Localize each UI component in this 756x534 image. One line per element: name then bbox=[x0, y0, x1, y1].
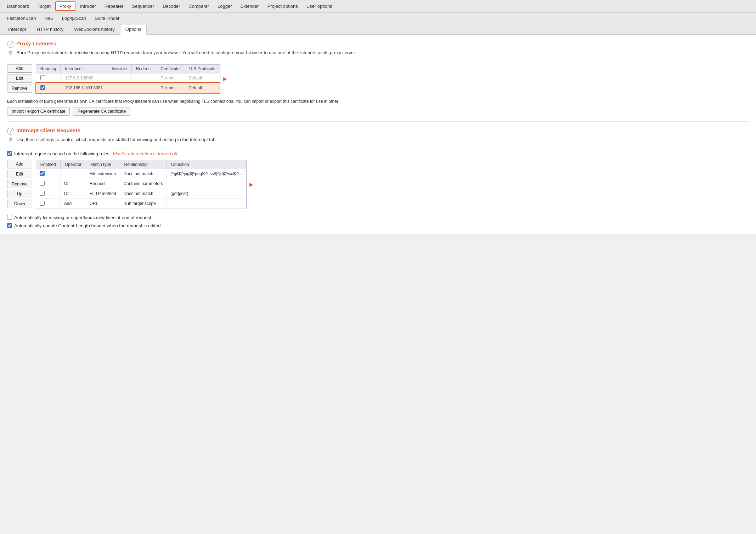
rules-table-container: Enabled Operator Match type Relationship… bbox=[36, 160, 247, 209]
top-menu-item-repeater[interactable]: Repeater bbox=[101, 2, 127, 11]
rules-remove-button[interactable]: Remove bbox=[7, 180, 32, 188]
top-menu-item-proxy[interactable]: Proxy bbox=[55, 1, 75, 11]
listeners-cell-interface-1: 192.168.1.103:8081 bbox=[61, 83, 107, 93]
listeners-remove-button[interactable]: Remove bbox=[7, 84, 32, 93]
listeners-cell-running-1 bbox=[36, 83, 61, 93]
rules-cell-condition-0: (^gif$|^jpg$|^png$|^css$|^js$|^ico$|^... bbox=[167, 169, 246, 179]
top-menu-bar: DashboardTargetProxyIntruderRepeaterSequ… bbox=[0, 0, 756, 13]
top-menu-item-comparer[interactable]: Comparer bbox=[185, 2, 213, 11]
listeners-cell-certificate-0: Per-host bbox=[156, 73, 184, 83]
listeners-cell-tls-1: Default bbox=[184, 83, 220, 93]
proxy-listeners-header-row: ? Proxy Listeners bbox=[7, 40, 749, 48]
top-menu-item-intruder[interactable]: Intruder bbox=[76, 2, 100, 11]
top-menu-item-logger[interactable]: Logger bbox=[214, 2, 236, 11]
second-menu-item-hae[interactable]: HaE bbox=[40, 14, 57, 23]
second-menu-item-fastjsonscan[interactable]: FastJsonScan bbox=[3, 14, 40, 23]
intercept-desc: Use these settings to control which requ… bbox=[16, 136, 217, 143]
tab-options[interactable]: Options bbox=[120, 24, 147, 35]
rules-table-header-row: Enabled Operator Match type Relationship… bbox=[36, 160, 246, 169]
proxy-listeners-help-icon[interactable]: ? bbox=[7, 41, 14, 48]
rules-cell-condition-1 bbox=[167, 179, 246, 189]
listeners-table-wrapper: Running Interface Invisible Redirect Cer… bbox=[36, 64, 227, 94]
import-export-ca-button[interactable]: Import / export CA certificate bbox=[7, 107, 70, 116]
bottom-checkbox-1[interactable] bbox=[7, 223, 12, 228]
rules-cell-relationship-0: Does not match bbox=[120, 169, 167, 179]
intercept-checkbox-row: Intercept requests based on the followin… bbox=[7, 151, 749, 156]
rules-cell-operator-2: Or bbox=[60, 189, 86, 199]
top-menu-item-extender[interactable]: Extender bbox=[237, 2, 263, 11]
col-operator: Operator bbox=[60, 160, 86, 169]
rules-add-button[interactable]: Add bbox=[7, 160, 32, 168]
intercept-help-icon[interactable]: ? bbox=[7, 128, 14, 135]
intercept-requests-label: Intercept requests based on the followin… bbox=[14, 151, 111, 156]
bottom-checkbox-0[interactable] bbox=[7, 215, 12, 220]
running-checkbox-1[interactable] bbox=[40, 85, 45, 90]
rules-cell-matchtype-2: HTTP method bbox=[86, 189, 120, 199]
col-redirect: Redirect bbox=[131, 65, 156, 73]
rules-cell-relationship-3: Is in target scope bbox=[120, 199, 167, 208]
intercept-gear-icon[interactable]: ⚙ bbox=[7, 136, 14, 143]
rule-enabled-checkbox-1[interactable] bbox=[40, 181, 45, 186]
rules-down-button[interactable]: Down bbox=[7, 200, 32, 208]
listeners-orange-triangle: ▶ bbox=[223, 76, 227, 82]
rule-enabled-checkbox-0[interactable] bbox=[40, 171, 45, 176]
main-content: ? Proxy Listeners ⚙ Burp Proxy uses list… bbox=[0, 35, 756, 234]
listeners-cell-certificate-1: Per-host bbox=[156, 83, 184, 93]
top-menu-item-sequencer[interactable]: Sequencer bbox=[128, 2, 158, 11]
listeners-table-row[interactable]: 192.168.1.103:8081 Per-host Default bbox=[36, 83, 220, 93]
second-menu-item-log4j2scan[interactable]: Log4j2Scan bbox=[58, 14, 90, 23]
rules-cell-enabled-0 bbox=[36, 169, 61, 179]
top-menu-item-decoder[interactable]: Decoder bbox=[159, 2, 184, 11]
rules-cell-operator-1: Or bbox=[60, 179, 86, 189]
listeners-cell-tls-0: Default bbox=[184, 73, 220, 83]
regenerate-ca-button[interactable]: Regenerate CA certificate bbox=[73, 107, 130, 116]
proxy-listeners-gear-icon[interactable]: ⚙ bbox=[7, 49, 14, 56]
master-interception-status: Master interception is turned off bbox=[113, 151, 177, 156]
col-match-type: Match type bbox=[86, 160, 120, 169]
rules-table-row[interactable]: Or Request Contains parameters bbox=[36, 179, 246, 189]
top-menu-item-dashboard[interactable]: Dashboard bbox=[3, 2, 33, 11]
rules-table-row[interactable]: File extension Does not match (^gif$|^jp… bbox=[36, 169, 246, 179]
intercept-buttons: Add Edit Remove Up Down bbox=[7, 160, 32, 209]
rules-cell-condition-2: (get|post) bbox=[167, 189, 246, 199]
rules-orange-triangle: ▶ bbox=[249, 182, 253, 187]
bottom-checkbox-label-1: Automatically update Content-Length head… bbox=[14, 223, 160, 228]
col-relationship: Relationship bbox=[120, 160, 167, 169]
rule-enabled-checkbox-2[interactable] bbox=[40, 191, 45, 196]
second-menu-item-suite-finder[interactable]: Suite Finder bbox=[91, 14, 123, 23]
bottom-checkboxes: Automatically fix missing or superfluous… bbox=[7, 215, 749, 228]
listeners-edit-button[interactable]: Edit bbox=[7, 74, 32, 83]
listeners-table: Running Interface Invisible Redirect Cer… bbox=[36, 65, 220, 93]
listeners-add-button[interactable]: Add bbox=[7, 64, 32, 73]
top-menu-item-project-options[interactable]: Project options bbox=[264, 2, 302, 11]
tab-intercept[interactable]: Intercept bbox=[3, 24, 32, 34]
listeners-buttons: Add Edit Remove bbox=[7, 64, 32, 94]
top-menu-item-target[interactable]: Target bbox=[34, 2, 55, 11]
rules-up-button[interactable]: Up bbox=[7, 190, 32, 198]
rules-table: Enabled Operator Match type Relationship… bbox=[36, 160, 246, 209]
rules-table-row[interactable]: And URL Is in target scope bbox=[36, 199, 246, 208]
col-interface: Interface bbox=[61, 65, 107, 73]
rule-enabled-checkbox-3[interactable] bbox=[40, 201, 45, 206]
proxy-listeners-title: Proxy Listeners bbox=[16, 40, 56, 46]
rules-edit-button[interactable]: Edit bbox=[7, 170, 32, 178]
rules-cell-matchtype-1: Request bbox=[86, 179, 120, 189]
col-tls-protocols: TLS Protocols bbox=[184, 65, 220, 73]
ca-cert-desc: Each installation of Burp generates its … bbox=[7, 99, 749, 105]
running-checkbox-0[interactable] bbox=[40, 75, 45, 80]
divider-1 bbox=[7, 121, 749, 122]
col-invisible: Invisible bbox=[107, 65, 131, 73]
rules-cell-matchtype-0: File extension bbox=[86, 169, 120, 179]
listeners-table-header-row: Running Interface Invisible Redirect Cer… bbox=[36, 65, 220, 73]
listeners-cell-invisible-0 bbox=[107, 73, 131, 83]
proxy-listeners-desc: Burp Proxy uses listeners to receive inc… bbox=[16, 49, 356, 56]
listeners-table-row[interactable]: 127.0.0.1:8080 Per-host Default bbox=[36, 73, 220, 83]
bottom-checkbox-row-1: Automatically update Content-Length head… bbox=[7, 223, 749, 228]
tab-websockets-history[interactable]: WebSockets history bbox=[69, 24, 120, 34]
top-menu-item-user-options[interactable]: User options bbox=[303, 2, 336, 11]
intercept-requests-checkbox[interactable] bbox=[7, 151, 12, 156]
tab-http-history[interactable]: HTTP history bbox=[32, 24, 69, 34]
bottom-checkbox-row-0: Automatically fix missing or superfluous… bbox=[7, 215, 749, 220]
rules-cell-relationship-2: Does not match bbox=[120, 189, 167, 199]
rules-table-row[interactable]: Or HTTP method Does not match (get|post) bbox=[36, 189, 246, 199]
